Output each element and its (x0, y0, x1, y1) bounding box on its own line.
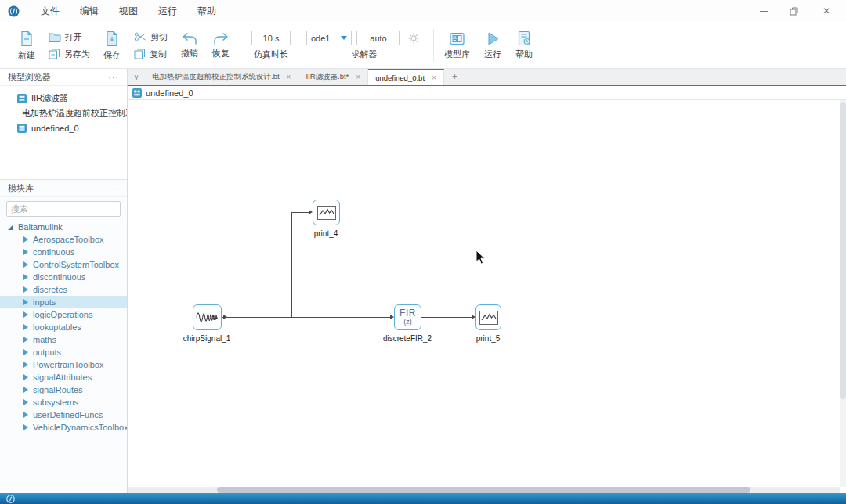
gear-icon (408, 33, 419, 44)
model-file-icon (17, 94, 27, 103)
close-icon[interactable]: × (356, 73, 360, 81)
block-print4-scope[interactable] (313, 200, 340, 225)
solver-param-input[interactable] (356, 31, 400, 45)
run-button[interactable]: 运行 (477, 24, 508, 67)
close-icon[interactable]: × (432, 74, 436, 82)
tree-root-label: Baltamulink (18, 222, 63, 232)
solver-settings-button[interactable] (405, 33, 422, 44)
more-menu-icon[interactable]: ··· (108, 184, 119, 193)
vertical-scrollbar-thumb[interactable] (840, 102, 846, 399)
open-button[interactable]: 打开 (49, 31, 90, 43)
module-library-title: 模块库 (8, 182, 34, 194)
tree-item-signalattributes[interactable]: signalAttributes (0, 371, 127, 383)
tree-item-logicoperations[interactable]: logicOperations (0, 308, 127, 321)
wire-chirp-to-fir[interactable] (222, 317, 391, 318)
tree-item-powertraintoolbox[interactable]: PowertrainToolbox (0, 358, 127, 371)
tree-item-userdefinedfuncs[interactable]: userDefinedFuncs (0, 409, 127, 421)
tree-item-signalroutes[interactable]: signalRoutes (0, 383, 127, 396)
wire-branch-to-print4[interactable] (291, 212, 309, 213)
chevron-expanded-icon (8, 225, 13, 230)
tree-item-label: userDefinedFuncs (33, 410, 103, 419)
tree-item-label: maths (33, 335, 56, 344)
close-icon[interactable]: × (287, 73, 291, 81)
left-sidebar: 模型浏览器 ··· IIR滤波器 电加热炉温度超前校正控制系统 undefine… (0, 69, 128, 493)
breadcrumb-model-name[interactable]: undefined_0 (146, 88, 193, 98)
toolbar-divider (240, 29, 240, 62)
minimize-icon (760, 11, 768, 12)
tree-item-label: signalRoutes (33, 385, 83, 394)
menu-help[interactable]: 帮助 (187, 0, 226, 22)
vertical-scrollbar[interactable] (840, 100, 846, 487)
block-print5-scope[interactable] (475, 304, 501, 330)
tree-item-discretes[interactable]: discretes (0, 283, 127, 296)
tree-item-lookuptables[interactable]: lookuptables (0, 321, 127, 333)
menu-run[interactable]: 运行 (148, 0, 187, 22)
tree-item-discontinuous[interactable]: discontinuous (0, 271, 127, 283)
chevron-right-icon (24, 349, 28, 355)
copy-button[interactable]: 复制 (134, 49, 168, 60)
breadcrumb: undefined_0 (128, 86, 846, 100)
restore-button[interactable] (790, 7, 801, 16)
tree-item-controlsystemtoolbox[interactable]: ControlSystemToolbox (0, 258, 127, 271)
model-item-undefined0[interactable]: undefined_0 (0, 121, 127, 135)
app-logo-icon (8, 5, 20, 17)
chevron-right-icon (24, 324, 28, 330)
cut-label: 剪切 (150, 31, 168, 43)
more-menu-icon[interactable]: ··· (108, 73, 119, 82)
run-label: 运行 (484, 49, 501, 60)
fir-block-text: FIR (400, 309, 416, 318)
block-chirpsignal1[interactable] (193, 304, 222, 330)
chevron-right-icon (24, 362, 28, 368)
model-file-icon (132, 88, 142, 98)
new-tab-button[interactable]: + (444, 69, 465, 85)
wire-branch-vertical[interactable] (291, 212, 292, 318)
model-library-button[interactable]: 模型库 (437, 24, 477, 67)
solver-select[interactable]: ode1 (306, 31, 352, 45)
tree-root-baltamulink[interactable]: Baltamulink (0, 221, 127, 233)
cut-button[interactable]: 剪切 (134, 31, 168, 43)
new-file-icon (20, 31, 34, 47)
new-button[interactable]: 新建 (11, 24, 42, 67)
save-button[interactable]: 保存 (96, 24, 128, 67)
model-item-iir[interactable]: IIR滤波器 (0, 91, 127, 106)
horizontal-scrollbar-thumb[interactable] (217, 487, 750, 493)
chevron-right-icon (24, 412, 28, 418)
tab-undefined0[interactable]: undefined_0.bt × (368, 69, 444, 85)
menu-view[interactable]: 视图 (109, 0, 148, 22)
tab-furnace-design[interactable]: 电加热炉温度超前校正控制系统设计.bt × (145, 69, 298, 85)
chevron-right-icon (24, 236, 28, 243)
undo-label: 撤销 (181, 48, 198, 59)
tree-item-outputs[interactable]: outputs (0, 346, 127, 358)
tree-item-vehicledynamicstoolbox[interactable]: VehicleDynamicsToolbox (0, 421, 127, 434)
sim-duration-label: 仿真时长 (254, 49, 288, 60)
save-as-button[interactable]: 另存为 (49, 49, 90, 60)
redo-button[interactable]: 恢复 (205, 24, 237, 67)
tree-item-maths[interactable]: maths (0, 333, 127, 346)
model-canvas[interactable]: print_4 chirpSignal_1 FIR (z) discreteFI… (128, 100, 846, 493)
open-saveas-group: 打开 另存为 (42, 24, 96, 67)
minimize-button[interactable] (758, 5, 769, 16)
tree-item-inputs[interactable]: inputs (0, 296, 127, 308)
tree-item-label: inputs (33, 297, 56, 307)
solver-label: 求解器 (352, 49, 378, 60)
help-button[interactable]: 帮助 (508, 24, 540, 67)
close-button[interactable]: ✕ (821, 5, 832, 16)
menu-file[interactable]: 文件 (31, 0, 70, 22)
sim-duration-input[interactable] (251, 31, 291, 45)
tab-iir-filter[interactable]: IIR滤波器.bt* × (298, 69, 368, 85)
tab-list-button[interactable]: ∨ (128, 69, 145, 85)
tree-item-subsystems[interactable]: subsystems (0, 396, 127, 409)
wire-fir-to-print5[interactable] (421, 317, 472, 318)
help-label: 帮助 (515, 49, 533, 60)
tree-item-aerospacetoolbox[interactable]: AerospaceToolbox (0, 233, 127, 246)
undo-button[interactable]: 撤销 (174, 24, 205, 67)
tree-item-continuous[interactable]: continuous (0, 246, 127, 258)
save-as-label: 另存为 (64, 49, 90, 60)
menu-edit[interactable]: 编辑 (70, 0, 109, 22)
model-file-icon (17, 124, 27, 133)
block-discretefir2[interactable]: FIR (z) (394, 304, 421, 330)
toolbar-divider (433, 29, 434, 62)
horizontal-scrollbar[interactable] (128, 487, 840, 493)
model-item-furnace[interactable]: 电加热炉温度超前校正控制系统 (0, 106, 127, 121)
search-input[interactable] (11, 204, 122, 214)
